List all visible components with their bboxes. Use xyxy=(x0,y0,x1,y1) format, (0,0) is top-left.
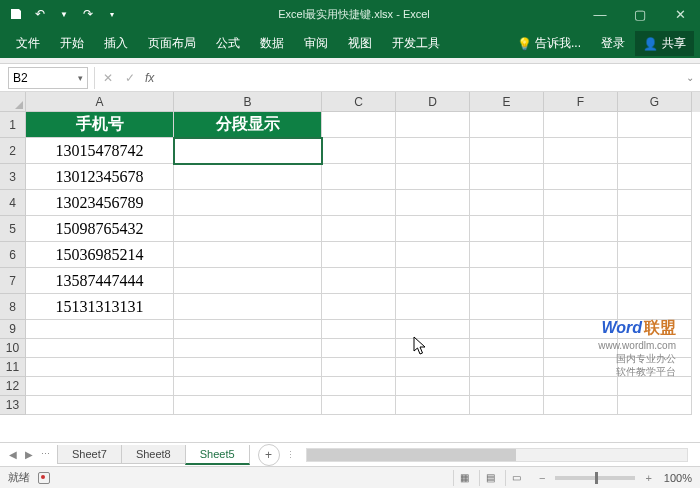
ribbon-tabs: 文件 开始 插入 页面布局 公式 数据 审阅 视图 开发工具 💡告诉我... 登… xyxy=(0,28,700,58)
tab-home[interactable]: 开始 xyxy=(50,29,94,58)
status-ready: 就绪 xyxy=(8,470,30,485)
select-all-corner[interactable] xyxy=(0,92,26,112)
save-icon[interactable] xyxy=(6,4,26,24)
tab-view[interactable]: 视图 xyxy=(338,29,382,58)
cell-A6[interactable]: 15036985214 xyxy=(26,242,174,268)
cell-A2[interactable]: 13015478742 xyxy=(26,138,174,164)
normal-view-icon[interactable]: ▦ xyxy=(453,470,475,486)
confirm-icon[interactable]: ✓ xyxy=(119,67,141,89)
quick-access-toolbar: ↶ ▼ ↷ ▾ xyxy=(0,4,128,24)
cell-A5[interactable]: 15098765432 xyxy=(26,216,174,242)
cell-B1[interactable]: 分段显示 xyxy=(174,112,322,138)
zoom-in-button[interactable]: + xyxy=(645,472,651,484)
zoom-slider[interactable] xyxy=(555,476,635,480)
row-header-11[interactable]: 11 xyxy=(0,358,26,377)
tab-formulas[interactable]: 公式 xyxy=(206,29,250,58)
cell-grid: 手机号 分段显示 13015478742 13012345678 1302345… xyxy=(26,112,700,442)
col-header-G[interactable]: G xyxy=(618,92,692,112)
cell-A4[interactable]: 13023456789 xyxy=(26,190,174,216)
row-header-3[interactable]: 3 xyxy=(0,164,26,190)
cell-A8[interactable]: 15131313131 xyxy=(26,294,174,320)
horizontal-scrollbar[interactable] xyxy=(306,448,688,462)
tab-nav-prev-icon[interactable]: ◀ xyxy=(6,449,20,460)
redo-icon[interactable]: ↷ xyxy=(78,4,98,24)
share-button[interactable]: 👤共享 xyxy=(635,31,694,56)
watermark: Word联盟 www.wordlm.com 国内专业办公 软件教学平台 xyxy=(598,318,676,378)
minimize-button[interactable]: — xyxy=(580,0,620,28)
tab-review[interactable]: 审阅 xyxy=(294,29,338,58)
cancel-icon[interactable]: ✕ xyxy=(97,67,119,89)
title-text: Excel最实用快捷键.xlsx - Excel xyxy=(278,7,430,22)
col-header-F[interactable]: F xyxy=(544,92,618,112)
row-header-13[interactable]: 13 xyxy=(0,396,26,415)
login-button[interactable]: 登录 xyxy=(591,29,635,58)
title-bar: ↶ ▼ ↷ ▾ Excel最实用快捷键.xlsx - Excel — ▢ ✕ xyxy=(0,0,700,28)
tell-me[interactable]: 💡告诉我... xyxy=(507,29,591,58)
share-icon: 👤 xyxy=(643,37,658,51)
new-sheet-button[interactable]: + xyxy=(258,444,280,466)
row-headers: 1 2 3 4 5 6 7 8 9 10 11 12 13 xyxy=(0,112,26,415)
cell-C1[interactable] xyxy=(322,112,396,138)
page-break-view-icon[interactable]: ▭ xyxy=(505,470,527,486)
tab-nav-menu-icon[interactable]: ⋯ xyxy=(38,449,52,460)
cell-B2[interactable] xyxy=(174,138,322,164)
row-header-8[interactable]: 8 xyxy=(0,294,26,320)
row-header-9[interactable]: 9 xyxy=(0,320,26,339)
zoom-out-button[interactable]: − xyxy=(539,472,545,484)
sheet-tab-bar: ◀ ▶ ⋯ Sheet7 Sheet8 Sheet5 + ⋮ xyxy=(0,442,700,466)
row-header-7[interactable]: 7 xyxy=(0,268,26,294)
formula-input[interactable] xyxy=(158,67,680,89)
col-header-E[interactable]: E xyxy=(470,92,544,112)
macro-record-icon[interactable] xyxy=(38,472,50,484)
tab-file[interactable]: 文件 xyxy=(6,29,50,58)
cell-A7[interactable]: 13587447444 xyxy=(26,268,174,294)
col-header-A[interactable]: A xyxy=(26,92,174,112)
tab-dev[interactable]: 开发工具 xyxy=(382,29,450,58)
close-button[interactable]: ✕ xyxy=(660,0,700,28)
tab-layout[interactable]: 页面布局 xyxy=(138,29,206,58)
row-header-12[interactable]: 12 xyxy=(0,377,26,396)
row-header-6[interactable]: 6 xyxy=(0,242,26,268)
sheet-tab-sheet5[interactable]: Sheet5 xyxy=(185,445,250,465)
cell-A1[interactable]: 手机号 xyxy=(26,112,174,138)
row-header-10[interactable]: 10 xyxy=(0,339,26,358)
sheet-tab-sheet8[interactable]: Sheet8 xyxy=(121,445,186,464)
window-controls: — ▢ ✕ xyxy=(580,0,700,28)
column-headers: A B C D E F G xyxy=(26,92,700,112)
tab-nav-next-icon[interactable]: ▶ xyxy=(22,449,36,460)
window-title: Excel最实用快捷键.xlsx - Excel xyxy=(128,7,580,22)
qat-customize-icon[interactable]: ▾ xyxy=(102,4,122,24)
row-header-4[interactable]: 4 xyxy=(0,190,26,216)
worksheet[interactable]: A B C D E F G 1 2 3 4 5 6 7 8 9 10 11 12… xyxy=(0,92,700,442)
qat-dropdown-icon[interactable]: ▼ xyxy=(54,4,74,24)
tab-insert[interactable]: 插入 xyxy=(94,29,138,58)
col-header-B[interactable]: B xyxy=(174,92,322,112)
col-header-C[interactable]: C xyxy=(322,92,396,112)
row-header-5[interactable]: 5 xyxy=(0,216,26,242)
row-header-1[interactable]: 1 xyxy=(0,112,26,138)
fx-icon[interactable]: fx xyxy=(141,71,158,85)
lightbulb-icon: 💡 xyxy=(517,37,532,51)
sheet-tab-sheet7[interactable]: Sheet7 xyxy=(57,445,122,464)
col-header-D[interactable]: D xyxy=(396,92,470,112)
cell-A3[interactable]: 13012345678 xyxy=(26,164,174,190)
zoom-level[interactable]: 100% xyxy=(664,472,692,484)
tab-data[interactable]: 数据 xyxy=(250,29,294,58)
maximize-button[interactable]: ▢ xyxy=(620,0,660,28)
scrollbar-thumb[interactable] xyxy=(307,449,516,461)
status-bar: 就绪 ▦ ▤ ▭ − + 100% xyxy=(0,466,700,488)
page-layout-view-icon[interactable]: ▤ xyxy=(479,470,501,486)
name-box[interactable]: B2 xyxy=(8,67,88,89)
row-header-2[interactable]: 2 xyxy=(0,138,26,164)
formula-bar: B2 ✕ ✓ fx ⌄ xyxy=(0,64,700,92)
expand-formula-icon[interactable]: ⌄ xyxy=(680,72,700,83)
undo-icon[interactable]: ↶ xyxy=(30,4,50,24)
